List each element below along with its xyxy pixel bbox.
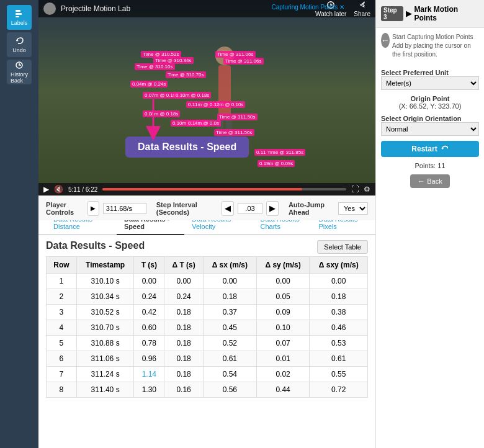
auto-jump-group: Auto-Jump Ahead Yes No [289,201,368,216]
sidebar-labels-text: Labels [11,20,28,26]
back-icon: ← [418,177,424,185]
select-table-btn[interactable]: Select Table [317,240,368,254]
cell-dsx: 0.00 [203,274,256,289]
col-dsxy: Δ sxy (m/s) [310,257,368,274]
cell-t: 0.60 [134,320,164,336]
cell-dt: 0.18 [164,305,204,320]
table-row: 2 310.34 s 0.24 0.24 0.18 0.05 0.18 [47,289,368,305]
cell-dt: 0.18 [164,351,204,367]
capturing-label: Capturing Motion Points ✕ [271,4,344,11]
col-timestamp: Timestamp [76,257,134,274]
col-dsx: Δ sx (m/s) [203,257,256,274]
sidebar-labels-btn[interactable]: Labels [7,5,32,30]
table-row: 8 311.40 s 1.30 0.16 0.56 0.44 0.72 [47,382,368,398]
origin-label: Origin Point [381,95,479,102]
cell-dt: 0.16 [164,382,204,398]
points-label: Points: 11 [381,162,479,169]
step-badge: Step 3 [381,6,403,21]
motion-point: 0.12m @ 0.10s [208,101,245,108]
video-play-btn[interactable]: ▶ [43,185,49,194]
video-title: Projectile Motion Lab [61,4,130,13]
cell-t: 0.00 [134,274,164,289]
cell-dt: 0.00 [164,274,204,289]
cell-row: 6 [47,351,77,367]
motion-point: 0.04m @ 0.24s [130,81,168,87]
origin-value: (X: 66.52, Y: 323.70) [381,102,479,110]
cell-dsxy: 0.61 [310,351,368,367]
cell-dsx: 0.52 [203,336,256,351]
cell-dsx: 0.18 [203,289,256,305]
col-dt: Δ T (s) [164,257,204,274]
cell-dsxy: 0.18 [310,289,368,305]
settings-btn[interactable]: ⚙ [364,185,370,194]
channel-avatar [43,2,56,15]
restart-btn[interactable]: Restart [381,141,479,157]
cell-dsx: 0.37 [203,305,256,320]
share-btn[interactable]: Share [354,1,370,17]
cell-timestamp: 311.06 s [76,351,134,367]
step-forward-btn[interactable]: ▶ [266,201,279,216]
cell-timestamp: 310.34 s [76,289,134,305]
back-btn[interactable]: ← Back [410,174,449,188]
data-results-overlay: Data Results - Speed [125,137,249,158]
cell-dsy: 0.10 [256,320,310,336]
auto-jump-label: Auto-Jump Ahead [289,201,334,216]
time-field[interactable] [103,203,146,214]
cell-t: 0.78 [134,336,164,351]
cell-timestamp: 310.70 s [76,320,134,336]
player-controls-label: Player Controls [46,201,84,216]
cell-t: 0.96 [134,351,164,367]
video-controls-bar: ▶ 🔇 5:11 / 6:22 ⛶ ⚙ [38,183,375,195]
progress-bar[interactable] [102,188,346,190]
step-input[interactable] [238,203,262,214]
cell-row: 7 [47,367,77,382]
cell-dsxy: 0.38 [310,305,368,320]
orientation-section: Select Origin Orientation Normal Inverte… [381,115,479,136]
sidebar-undo-text: Undo [12,47,26,53]
table-row: 5 310.88 s 0.78 0.18 0.52 0.07 0.53 [47,336,368,351]
data-table: Row Timestamp T (s) Δ T (s) Δ sx (m/s) Δ… [46,256,368,398]
motion-point: 0.08m @ 0.18s [143,110,180,117]
col-row: Row [47,257,77,274]
cell-dsy: 0.00 [256,274,310,289]
cell-dt: 0.24 [164,289,204,305]
cell-row: 1 [47,274,77,289]
unit-section: Select Preferred Unit Meter(s) Feet(s) P… [381,69,479,90]
col-t: T (s) [134,257,164,274]
table-row: 7 311.24 s 1.14 0.18 0.54 0.02 0.55 [47,367,368,382]
auto-jump-select[interactable]: Yes No [338,202,368,215]
fullscreen-btn[interactable]: ⛶ [351,185,359,194]
cell-dsx: 0.45 [203,320,256,336]
progress-fill [102,188,302,190]
motion-point: Time @ 311.56s [214,129,254,136]
motion-point: Time @ 311.06s [215,51,256,58]
col-dsy: Δ sy (m/s) [256,257,310,274]
motion-point: 0.14m @ 0.0s [186,120,221,127]
sidebar-history-btn[interactable]: HistoryBack [7,60,32,84]
play-button[interactable]: ▶ [87,201,99,216]
cell-dsxy: 0.53 [310,336,368,351]
step-back-btn[interactable]: ◀ [222,201,234,216]
cell-dsxy: 0.46 [310,320,368,336]
main-content: Projectile Motion Lab Watch later Share … [38,0,375,448]
right-panel: Step 3 ▶ Mark Motion Points ← Start Capt… [375,0,484,448]
unit-label: Select Preferred Unit [381,69,479,76]
unit-select[interactable]: Meter(s) Feet(s) Pixel(s) [381,76,479,90]
orientation-select[interactable]: Normal Inverted [381,122,479,136]
table-row: 6 311.06 s 0.96 0.18 0.61 0.01 0.61 [47,351,368,367]
video-mute-btn[interactable]: 🔇 [54,185,63,194]
motion-point: Time @ 311.06s [223,58,264,65]
video-section: Projectile Motion Lab Watch later Share … [38,0,375,208]
cell-timestamp: 310.88 s [76,336,134,351]
cell-row: 5 [47,336,77,351]
sidebar-undo-btn[interactable]: Undo [7,32,32,57]
data-section: Select Table Data Results - Speed Row Ti… [38,235,375,448]
table-row: 4 310.70 s 0.60 0.18 0.45 0.10 0.46 [47,320,368,336]
origin-section: Origin Point (X: 66.52, Y: 323.70) [381,95,479,110]
orientation-label: Select Origin Orientation [381,115,479,122]
cell-timestamp: 311.24 s [76,367,134,382]
cell-t: 0.24 [134,289,164,305]
panel-back-nav-btn[interactable]: ← [381,33,390,48]
svg-rect-1 [16,13,22,15]
cell-timestamp: 310.10 s [76,274,134,289]
